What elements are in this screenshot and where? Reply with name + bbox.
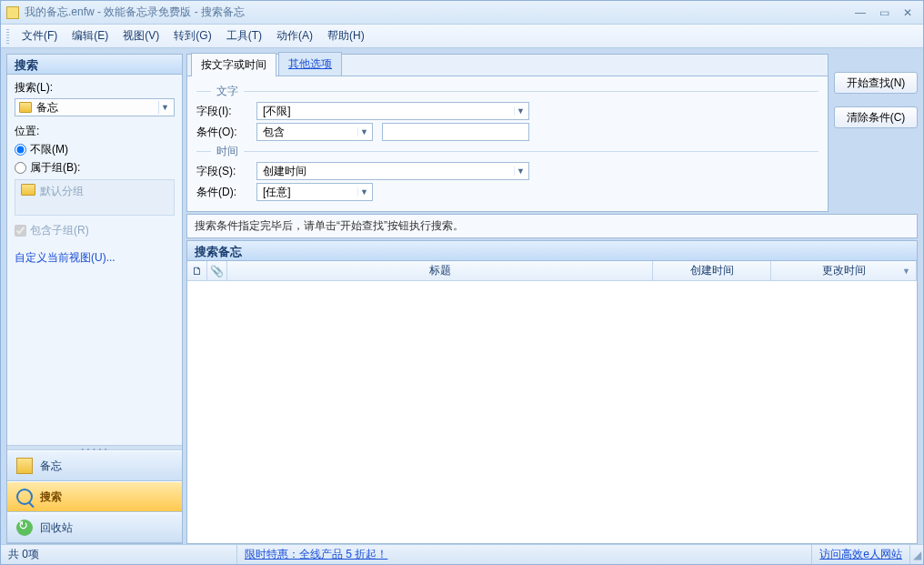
resize-grip[interactable]: ◢ xyxy=(910,549,923,561)
radio-unlimited[interactable]: 不限(M) xyxy=(15,142,175,157)
menu-goto[interactable]: 转到(G) xyxy=(166,25,218,46)
search-scope-select[interactable]: 备忘 ▼ xyxy=(15,98,175,116)
table-body xyxy=(187,281,917,543)
search-scope-value: 备忘 xyxy=(36,100,158,116)
tab-other[interactable]: 其他选项 xyxy=(278,52,342,76)
status-count: 共 0项 xyxy=(1,545,237,564)
field-i-select[interactable]: [不限]▼ xyxy=(256,102,529,120)
results-header: 搜索备忘 xyxy=(187,241,917,261)
left-panel: 搜索 搜索(L): 备忘 ▼ 位置: 不限(M) 属于组(B): 默认分组 xyxy=(6,54,183,544)
menu-help[interactable]: 帮助(H) xyxy=(320,25,372,46)
cond-o-label: 条件(O): xyxy=(196,125,247,140)
titlebar: 我的备忘.enfw - 效能备忘录免费版 - 搜索备忘 — ▭ ✕ xyxy=(1,1,923,25)
col-icon1[interactable]: 🗋 xyxy=(187,261,207,280)
col-title[interactable]: 标题 xyxy=(227,261,653,280)
find-button[interactable]: 开始查找(N) xyxy=(834,72,918,94)
radio-belongs-group[interactable]: 属于组(B): xyxy=(15,160,175,176)
nav-recycle[interactable]: 回收站 xyxy=(7,512,182,543)
sort-desc-icon: ▼ xyxy=(902,267,910,276)
chevron-down-icon: ▼ xyxy=(357,187,370,197)
radio-unlimited-input[interactable] xyxy=(15,144,26,156)
promo-link[interactable]: 限时特惠：全线产品 5 折起！ xyxy=(245,547,387,562)
menubar: 文件(F) 编辑(E) 视图(V) 转到(G) 工具(T) 动作(A) 帮助(H… xyxy=(1,25,923,48)
menu-tools[interactable]: 工具(T) xyxy=(219,25,269,46)
field-s-label: 字段(S): xyxy=(196,164,247,179)
field-i-label: 字段(I): xyxy=(196,104,247,119)
menubar-grip xyxy=(6,29,9,44)
folder-icon xyxy=(19,102,32,113)
memo-icon xyxy=(16,458,33,474)
nav-memo[interactable]: 备忘 xyxy=(7,450,182,481)
cond-d-label: 条件(D): xyxy=(196,185,247,200)
tab-text-time[interactable]: 按文字或时间 xyxy=(191,53,276,76)
include-subgroups-check[interactable] xyxy=(15,225,26,237)
location-label: 位置: xyxy=(15,124,175,139)
app-icon xyxy=(6,6,19,19)
group-picker: 默认分组 xyxy=(15,179,175,216)
window-title: 我的备忘.enfw - 效能备忘录免费版 - 搜索备忘 xyxy=(25,5,245,20)
hint-bar: 搜索条件指定完毕后，请单击“开始查找”按钮执行搜索。 xyxy=(186,214,918,238)
left-panel-header: 搜索 xyxy=(7,55,182,75)
chevron-down-icon: ▼ xyxy=(158,101,171,114)
minimize-button[interactable]: — xyxy=(850,5,870,20)
maximize-button[interactable]: ▭ xyxy=(874,5,894,20)
group-placeholder: 默认分组 xyxy=(40,184,84,199)
section-time: 时间 xyxy=(216,144,238,159)
recycle-icon xyxy=(16,520,33,536)
close-button[interactable]: ✕ xyxy=(898,5,918,20)
radio-group-input[interactable] xyxy=(15,162,26,174)
menu-action[interactable]: 动作(A) xyxy=(269,25,320,46)
site-link[interactable]: 访问高效e人网站 xyxy=(819,547,902,562)
section-text: 文字 xyxy=(216,84,238,99)
results-panel: 搜索备忘 🗋 📎 标题 创建时间 更改时间▼ xyxy=(186,240,918,544)
statusbar: 共 0项 限时特惠：全线产品 5 折起！ 访问高效e人网站 ◢ xyxy=(1,544,923,564)
cond-o-input[interactable] xyxy=(382,123,529,141)
criteria-panel: 按文字或时间 其他选项 文字 字段(I): [不限]▼ 条件(O): 包含▼ xyxy=(186,54,829,212)
field-s-select[interactable]: 创建时间▼ xyxy=(256,162,529,180)
cond-d-select[interactable]: [任意]▼ xyxy=(256,183,373,201)
search-icon xyxy=(16,489,33,505)
col-created[interactable]: 创建时间 xyxy=(653,261,771,280)
menu-view[interactable]: 视图(V) xyxy=(116,25,166,46)
menu-edit[interactable]: 编辑(E) xyxy=(65,25,116,46)
nav-search[interactable]: 搜索 xyxy=(7,481,182,512)
chevron-down-icon: ▼ xyxy=(514,166,527,176)
cond-o-select[interactable]: 包含▼ xyxy=(256,123,373,141)
chevron-down-icon: ▼ xyxy=(514,106,527,116)
col-icon2[interactable]: 📎 xyxy=(207,261,227,280)
search-label: 搜索(L): xyxy=(15,80,175,96)
include-subgroups[interactable]: 包含子组(R) xyxy=(15,223,175,238)
clear-button[interactable]: 清除条件(C) xyxy=(834,106,918,128)
col-modified[interactable]: 更改时间▼ xyxy=(771,261,917,280)
customize-view-link[interactable]: 自定义当前视图(U)... xyxy=(15,251,116,264)
table-header: 🗋 📎 标题 创建时间 更改时间▼ xyxy=(187,261,917,281)
menu-file[interactable]: 文件(F) xyxy=(15,25,65,46)
chevron-down-icon: ▼ xyxy=(357,127,370,136)
folder-icon xyxy=(21,184,35,196)
